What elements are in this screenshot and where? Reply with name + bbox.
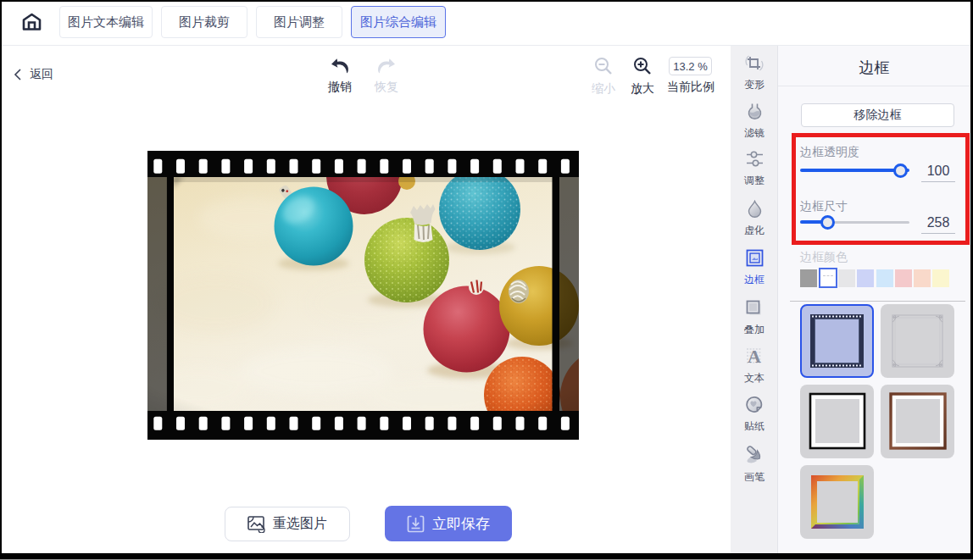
svg-text:A: A [748,347,761,365]
